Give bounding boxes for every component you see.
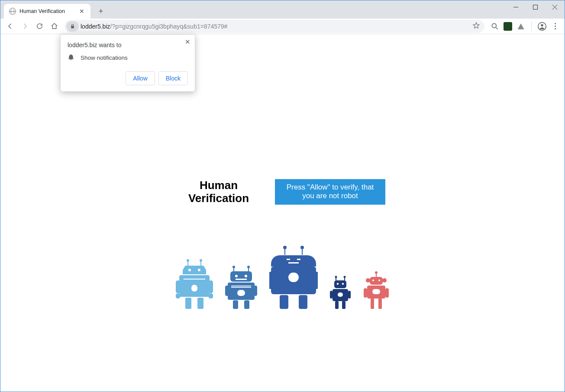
svg-rect-69 [371,299,374,309]
svg-rect-32 [236,279,247,280]
svg-rect-7 [200,261,201,266]
browser-window: Human Verification ✕ + [0,0,565,392]
svg-rect-67 [364,288,367,298]
robot-icon [176,258,213,309]
window-minimize-button[interactable] [506,0,526,13]
svg-rect-13 [185,298,191,309]
svg-rect-52 [334,280,346,288]
svg-point-35 [283,246,287,249]
svg-rect-28 [233,300,238,309]
svg-point-48 [335,276,337,278]
bell-icon [68,54,74,62]
reload-button[interactable] [32,19,46,33]
svg-point-36 [300,246,304,249]
svg-rect-9 [176,280,180,293]
block-button[interactable]: Block [158,71,188,85]
svg-rect-68 [385,288,389,298]
tab-strip: Human Verification ✕ + [0,0,565,19]
robots-illustration [176,245,390,309]
svg-point-71 [372,280,374,281]
page-heading: Human Verification [180,179,258,205]
window-close-button[interactable] [545,0,565,13]
svg-rect-57 [342,301,345,309]
forward-button[interactable] [18,19,32,33]
svg-rect-34 [237,290,245,296]
svg-point-58 [336,283,338,285]
svg-rect-23 [248,268,249,271]
robot-icon [330,275,351,309]
profile-avatar-icon[interactable] [538,22,546,31]
url-host: lodder5.biz [81,23,110,30]
svg-rect-10 [209,280,213,293]
svg-rect-56 [335,301,339,309]
tab-title: Human Verification [19,8,75,14]
svg-rect-38 [302,249,303,255]
permission-text: Show notifications [81,55,128,61]
browser-tab[interactable]: Human Verification ✕ [4,4,90,19]
chrome-menu-icon[interactable] [551,23,559,29]
svg-rect-41 [314,272,318,289]
svg-rect-60 [338,292,343,297]
svg-rect-73 [372,289,380,294]
globe-icon [9,8,16,15]
robot-icon [363,271,390,309]
svg-point-16 [198,269,200,271]
svg-rect-24 [230,271,252,282]
svg-point-1 [492,23,496,28]
new-tab-button[interactable]: + [95,5,107,17]
svg-rect-54 [330,291,333,299]
dialog-close-icon[interactable]: ✕ [185,38,190,46]
svg-rect-44 [287,259,290,260]
hero-row: Human Verification Press "Allow" to veri… [180,179,385,205]
svg-rect-50 [336,278,336,280]
url-path: /?p=gizgcnrqgu5gi3bphayq&sub1=874579# [110,23,228,30]
site-info-button[interactable] [66,21,79,32]
svg-rect-19 [191,285,197,292]
svg-point-64 [366,278,370,283]
separator [531,22,532,31]
svg-point-15 [188,269,191,271]
svg-point-72 [378,280,380,281]
svg-rect-6 [187,261,188,266]
tab-close-icon[interactable]: ✕ [78,8,85,15]
bookmark-star-icon[interactable] [472,22,480,31]
svg-rect-14 [197,298,203,309]
extensions-area [488,22,562,31]
svg-rect-22 [233,268,234,271]
instruction-box: Press "Allow" to verify, that you are no… [275,179,385,205]
extension-icon[interactable] [504,22,512,31]
window-controls [506,0,565,13]
svg-rect-70 [378,299,382,309]
svg-point-65 [382,278,387,283]
svg-rect-43 [299,295,307,309]
notification-permission-dialog: ✕ lodder5.biz wants to Show notification… [60,34,195,92]
dialog-title: lodder5.biz wants to [68,42,188,48]
svg-point-31 [245,275,247,277]
svg-rect-51 [344,278,345,280]
permission-row: Show notifications [68,54,188,62]
extension-icon-2[interactable] [517,22,525,31]
svg-rect-63 [370,277,383,285]
home-button[interactable] [47,19,61,33]
address-bar[interactable]: lodder5.biz/?p=gizgcnrqgu5gi3bphayq&sub1… [65,20,484,33]
svg-rect-27 [254,286,257,296]
svg-rect-26 [225,286,229,296]
robot-icon [225,265,257,309]
back-button[interactable] [3,19,17,33]
svg-rect-55 [348,291,351,299]
allow-button[interactable]: Allow [126,71,155,85]
page-viewport: ✕ lodder5.biz wants to Show notification… [0,34,565,392]
dialog-actions: Allow Block [68,71,188,85]
robot-icon [269,245,318,309]
toolbar: lodder5.biz/?p=gizgcnrqgu5gi3bphayq&sub1… [0,19,565,34]
window-maximize-button[interactable] [526,0,545,13]
zoom-extension-icon[interactable] [491,22,499,31]
svg-rect-37 [284,249,285,255]
svg-rect-40 [269,272,273,289]
svg-rect-45 [297,259,300,260]
svg-rect-0 [533,5,538,9]
svg-point-49 [343,276,345,278]
svg-rect-62 [376,273,377,277]
svg-point-59 [342,283,343,285]
svg-point-30 [235,275,238,277]
